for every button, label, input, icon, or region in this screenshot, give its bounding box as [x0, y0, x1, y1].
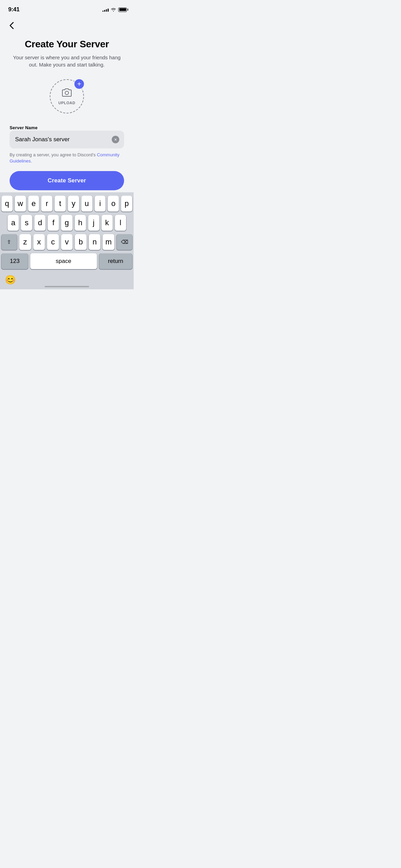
key-n[interactable]: n	[89, 234, 101, 250]
key-shift[interactable]: ⇧	[1, 234, 17, 250]
key-q[interactable]: q	[1, 196, 13, 212]
key-p[interactable]: p	[121, 196, 132, 212]
key-b[interactable]: b	[75, 234, 87, 250]
page-title: Create Your Server	[10, 39, 124, 50]
server-name-input[interactable]	[10, 131, 124, 148]
terms-text: By creating a server, you agree to Disco…	[10, 152, 124, 164]
server-name-label: Server Name	[10, 125, 38, 130]
svg-point-0	[65, 91, 69, 95]
key-i[interactable]: i	[95, 196, 106, 212]
keyboard: q w e r t y u i o p a s d f g h j k l ⇧ …	[0, 192, 134, 289]
keyboard-row-2: a s d f g h j k l	[1, 215, 132, 231]
emoji-button[interactable]: 😊	[5, 275, 16, 285]
key-space[interactable]: space	[30, 253, 97, 269]
create-server-button[interactable]: Create Server	[10, 171, 124, 190]
key-c[interactable]: c	[47, 234, 59, 250]
upload-area: + UPLOAD	[10, 79, 124, 113]
home-indicator	[45, 286, 89, 287]
key-g[interactable]: g	[61, 215, 72, 231]
key-r[interactable]: r	[41, 196, 52, 212]
key-numbers[interactable]: 123	[1, 253, 28, 269]
signal-icon	[102, 8, 109, 12]
key-y[interactable]: y	[68, 196, 79, 212]
key-o[interactable]: o	[108, 196, 119, 212]
upload-label: UPLOAD	[58, 101, 75, 105]
keyboard-row-4: 123 space return	[1, 253, 132, 269]
status-time: 9:41	[8, 6, 20, 13]
key-a[interactable]: a	[8, 215, 19, 231]
key-e[interactable]: e	[28, 196, 39, 212]
upload-plus-icon: +	[74, 79, 85, 89]
key-t[interactable]: t	[54, 196, 66, 212]
keyboard-bottom: 😊	[1, 273, 132, 288]
page-subtitle: Your server is where you and your friend…	[10, 54, 124, 68]
keyboard-row-1: q w e r t y u i o p	[1, 196, 132, 212]
key-k[interactable]: k	[101, 215, 113, 231]
key-l[interactable]: l	[115, 215, 126, 231]
key-s[interactable]: s	[21, 215, 32, 231]
key-backspace[interactable]: ⌫	[117, 234, 132, 250]
key-z[interactable]: z	[19, 234, 31, 250]
key-d[interactable]: d	[34, 215, 46, 231]
key-w[interactable]: w	[15, 196, 26, 212]
server-name-wrapper: ×	[10, 131, 124, 148]
key-j[interactable]: j	[88, 215, 99, 231]
key-h[interactable]: h	[75, 215, 86, 231]
upload-button[interactable]: + UPLOAD	[50, 79, 84, 113]
main-content: Create Your Server Your server is where …	[0, 16, 134, 197]
back-button[interactable]	[10, 21, 14, 31]
key-v[interactable]: v	[61, 234, 73, 250]
clear-input-button[interactable]: ×	[112, 136, 119, 143]
wifi-icon	[111, 8, 116, 12]
key-m[interactable]: m	[102, 234, 114, 250]
battery-icon	[118, 8, 127, 12]
key-f[interactable]: f	[48, 215, 59, 231]
key-x[interactable]: x	[33, 234, 45, 250]
key-return[interactable]: return	[99, 253, 132, 269]
status-icons	[102, 8, 127, 12]
status-bar: 9:41	[0, 0, 134, 16]
keyboard-row-3: ⇧ z x c v b n m ⌫	[1, 234, 132, 250]
key-u[interactable]: u	[81, 196, 93, 212]
camera-icon	[62, 88, 72, 99]
